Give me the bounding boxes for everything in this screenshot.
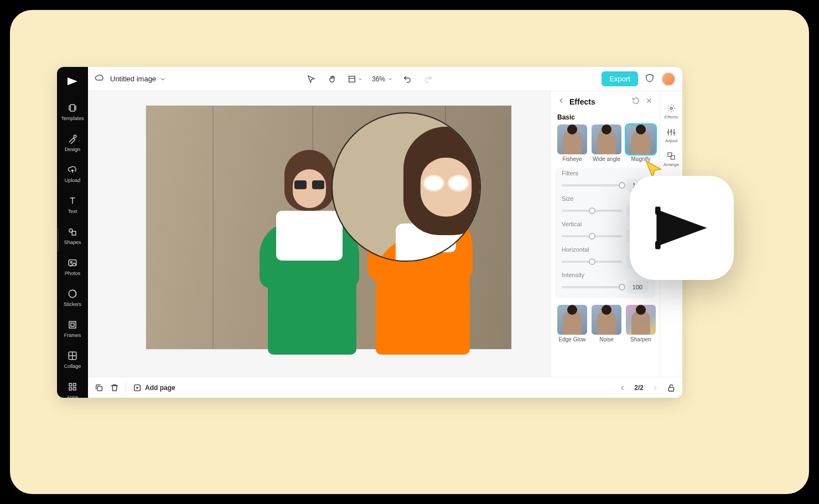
svg-point-1 — [74, 135, 76, 138]
outer-frame: Templates Design Upload Text Shapes Phot… — [10, 10, 809, 494]
text-icon — [67, 195, 78, 206]
sidebar-expand-handle[interactable] — [57, 227, 59, 252]
collage-icon — [67, 350, 78, 361]
thumb-label: Sharpen — [630, 336, 651, 342]
slider-track[interactable] — [562, 210, 622, 212]
redo-button[interactable] — [422, 72, 435, 86]
sidebar-item-templates[interactable]: Templates — [57, 99, 88, 124]
canvas-area[interactable] — [88, 91, 550, 377]
sidebar-item-label: Apps — [67, 394, 79, 398]
effect-thumb-noise[interactable]: Noise — [592, 305, 621, 342]
basic-effects-row: Fisheye Wide angle Magnify — [551, 124, 660, 164]
effect-thumb-magnify[interactable]: Magnify — [626, 124, 656, 162]
sidebar-item-shapes[interactable]: Shapes — [57, 223, 88, 248]
reset-icon[interactable] — [631, 96, 641, 108]
add-page-label: Add page — [145, 384, 175, 392]
sidebar-item-stickers[interactable]: Stickers — [57, 285, 88, 310]
chevron-down-icon — [159, 76, 166, 82]
effects-panel-header: Effects — [551, 91, 660, 112]
slider-track[interactable] — [562, 184, 622, 186]
svg-rect-0 — [70, 105, 75, 111]
artboard-tool-button[interactable] — [346, 72, 364, 86]
document-title-button[interactable]: Untitled image — [110, 75, 166, 83]
sidebar-item-label: Collage — [64, 363, 81, 369]
page-indicator: 2/2 — [634, 384, 644, 392]
effect-thumb-edge-glow[interactable]: Edge Glow — [557, 305, 587, 342]
sidebar-item-label: Stickers — [64, 302, 81, 307]
prev-page-button[interactable] — [616, 382, 629, 394]
more-effects-row: Edge Glow Noise Sharpen — [551, 302, 660, 345]
sidebar-item-collage[interactable]: Collage — [57, 347, 88, 372]
lock-button[interactable] — [667, 383, 676, 392]
slider-track[interactable] — [562, 261, 622, 263]
rail-item-arrange[interactable]: Arrange — [664, 151, 679, 167]
sidebar-item-label: Templates — [61, 116, 84, 121]
top-bar: Untitled image 36% Export — [88, 67, 682, 91]
effect-thumb-fisheye[interactable]: Fisheye — [557, 124, 587, 162]
slider-track[interactable] — [562, 286, 622, 288]
rail-label: Arrange — [664, 162, 679, 167]
svg-rect-26 — [655, 241, 661, 249]
back-icon[interactable] — [556, 96, 566, 108]
stickers-icon — [67, 288, 78, 299]
magnify-effect-overlay[interactable] — [331, 112, 481, 262]
capcut-logo-icon — [649, 195, 715, 261]
sidebar-item-text[interactable]: Text — [57, 192, 88, 217]
sidebar-item-apps[interactable]: Apps — [57, 378, 88, 398]
brand-logo[interactable] — [66, 72, 79, 93]
select-tool-button[interactable] — [304, 72, 318, 86]
svg-point-15 — [670, 107, 672, 110]
photos-icon — [67, 257, 78, 268]
export-label: Export — [609, 75, 630, 83]
sidebar-item-design[interactable]: Design — [57, 130, 88, 155]
rail-item-effects[interactable]: Effects — [665, 103, 678, 119]
sidebar-item-label: Upload — [65, 178, 81, 183]
zoom-value: 36% — [372, 75, 385, 83]
export-button[interactable]: Export — [602, 71, 638, 86]
privacy-icon[interactable] — [645, 73, 655, 85]
svg-rect-24 — [668, 387, 673, 391]
sidebar-item-photos[interactable]: Photos — [57, 254, 88, 279]
main-column: Untitled image 36% Export — [88, 67, 682, 398]
duplicate-page-button[interactable] — [95, 383, 103, 392]
rail-item-adjust[interactable]: Adjust — [665, 127, 677, 143]
hand-tool-button[interactable] — [325, 72, 339, 86]
undo-button[interactable] — [401, 72, 414, 86]
zoom-dropdown[interactable]: 36% — [372, 75, 393, 83]
delete-page-button[interactable] — [110, 383, 119, 392]
next-page-button[interactable] — [649, 382, 661, 394]
effect-thumb-wide-angle[interactable]: Wide angle — [592, 124, 621, 162]
top-left-group: Untitled image — [95, 73, 166, 85]
svg-rect-14 — [349, 76, 355, 82]
user-avatar[interactable] — [661, 72, 676, 86]
rail-label: Adjust — [665, 138, 677, 143]
add-page-button[interactable]: Add page — [133, 383, 175, 392]
document-title: Untitled image — [110, 75, 156, 83]
thumb-label: Noise — [599, 336, 614, 342]
thumb-label: Fisheye — [562, 156, 582, 162]
svg-rect-8 — [71, 323, 74, 326]
bottom-right-group: 2/2 — [616, 382, 676, 394]
templates-icon — [67, 102, 78, 113]
apps-icon — [67, 381, 78, 392]
svg-rect-12 — [69, 388, 72, 391]
sidebar-item-frames[interactable]: Frames — [57, 316, 88, 341]
top-center-tools: 36% — [304, 72, 435, 86]
close-icon[interactable] — [644, 96, 654, 108]
svg-rect-13 — [74, 388, 76, 391]
thumb-label: Wide angle — [593, 156, 620, 162]
slider-value[interactable]: 100 — [626, 280, 649, 294]
cloud-save-icon[interactable] — [95, 73, 105, 85]
separator — [126, 383, 126, 393]
effect-thumb-sharpen[interactable]: Sharpen — [626, 305, 656, 342]
slider-label: Intensity — [562, 272, 649, 278]
thumb-label: Edge Glow — [559, 336, 586, 342]
svg-point-16 — [667, 132, 669, 133]
effects-icon — [666, 103, 676, 113]
sidebar-item-upload[interactable]: Upload — [57, 161, 88, 186]
slider-track[interactable] — [562, 235, 622, 237]
top-right-group: Export — [602, 71, 676, 86]
svg-rect-7 — [69, 321, 76, 328]
sidebar-item-label: Photos — [65, 271, 80, 276]
canvas-image[interactable] — [146, 106, 511, 349]
